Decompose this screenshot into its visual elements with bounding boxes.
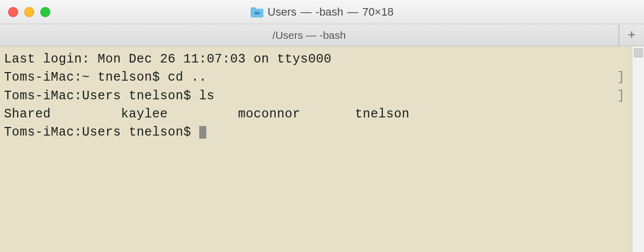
content-area: Last login: Mon Dec 26 11:07:03 on ttys0… [0,46,644,252]
vertical-scrollbar[interactable] [632,46,644,252]
last-login-line: Last login: Mon Dec 26 11:07:03 on ttys0… [4,52,332,67]
close-window-button[interactable] [8,7,18,17]
title-size: 70×18 [362,6,393,19]
tab-shell: -bash [319,29,346,41]
window-titlebar: Users — -bash — 70×18 [0,0,644,24]
title-sep-1: — [300,6,311,19]
window-title: Users — -bash — 70×18 [251,6,393,19]
terminal-output[interactable]: Last login: Mon Dec 26 11:07:03 on ttys0… [0,46,632,252]
scroll-thumb[interactable] [634,48,643,57]
new-tab-button[interactable]: + [619,24,644,46]
svg-point-1 [257,11,260,14]
tab-path: /Users [273,29,303,41]
line-mark-icon: ] [617,87,628,105]
cursor-icon [199,126,206,139]
fullscreen-window-button[interactable] [40,7,50,17]
traffic-lights [8,7,50,17]
tab-bar: /Users — -bash + [0,24,644,46]
minimize-window-button[interactable] [24,7,34,17]
plus-icon: + [628,28,636,43]
cmd-1: cd .. [168,70,207,85]
ls-output: Shared kaylee moconnor tnelson [4,107,410,121]
cmd-2: ls [199,89,215,103]
prompt-3: Toms-iMac:Users tnelson$ [4,125,199,140]
users-folder-icon [251,7,264,18]
terminal-tab[interactable]: /Users — -bash [0,24,619,46]
title-sep-2: — [347,6,358,19]
line-mark-icon: ] [617,69,628,87]
tab-sep: — [303,29,319,41]
prompt-2: Toms-iMac:Users tnelson$ [4,89,199,103]
title-folder-name: Users [268,6,296,19]
title-shell-name: -bash [315,6,343,19]
prompt-1: Toms-iMac:~ tnelson$ [4,70,168,85]
